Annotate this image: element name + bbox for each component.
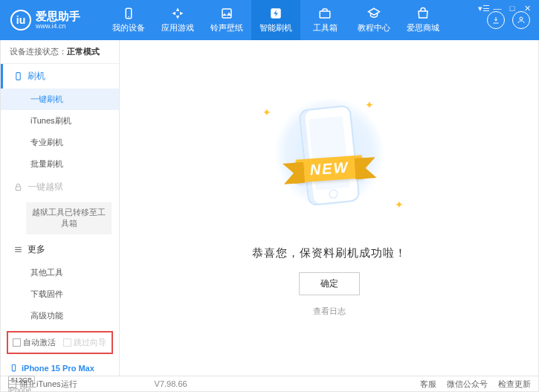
sidebar-item-advanced[interactable]: 高级功能: [1, 305, 119, 327]
sidebar-group-jailbreak: 一键越狱: [1, 175, 119, 199]
logo-icon: iu: [10, 10, 31, 30]
sidebar-item-itunes-flash[interactable]: iTunes刷机: [1, 110, 119, 132]
nav-my-device[interactable]: 我的设备: [104, 0, 153, 40]
graduation-icon: [367, 7, 381, 20]
ok-button[interactable]: 确定: [299, 272, 360, 295]
flash-icon: [269, 7, 283, 20]
sidebar-item-pro-flash[interactable]: 专业刷机: [1, 132, 119, 153]
minimize-icon[interactable]: —: [493, 4, 502, 13]
lock-icon: [13, 182, 23, 193]
svg-rect-2: [222, 9, 231, 18]
skip-guide-checkbox[interactable]: 跳过向导: [63, 337, 106, 348]
new-ribbon: NEW: [295, 155, 363, 182]
phone-icon: [13, 71, 23, 82]
nav-apps[interactable]: 应用游戏: [153, 0, 202, 40]
nav-store[interactable]: 爱思商城: [398, 0, 448, 40]
nav-flash[interactable]: 智能刷机: [251, 0, 300, 40]
sidebar-group-flash[interactable]: 刷机: [1, 64, 119, 89]
phone-small-icon: [8, 363, 19, 373]
apps-icon: [171, 7, 184, 20]
block-itunes-checkbox[interactable]: 阻止iTunes运行: [8, 379, 77, 390]
success-message: 恭喜您，保资料刷机成功啦！: [252, 246, 407, 260]
close-icon[interactable]: ✕: [523, 4, 532, 13]
device-icon: [122, 7, 135, 20]
footer-link-support[interactable]: 客服: [420, 379, 436, 390]
download-button[interactable]: [487, 11, 505, 29]
sidebar-item-download-firmware[interactable]: 下载固件: [1, 283, 119, 305]
nav-ringtones[interactable]: 铃声壁纸: [202, 0, 251, 40]
view-log-link[interactable]: 查看日志: [313, 306, 346, 317]
nav-tutorials[interactable]: 教程中心: [349, 0, 398, 40]
nav-toolbox[interactable]: 工具箱: [300, 0, 349, 40]
app-subtitle: www.i4.cn: [36, 23, 80, 30]
shopping-cart-icon[interactable]: ▾☰: [478, 4, 487, 13]
svg-rect-7: [16, 187, 21, 190]
store-icon: [416, 7, 430, 20]
header: iu 爱思助手 www.i4.cn 我的设备 应用游戏 铃声壁纸 智能刷机 工具…: [0, 0, 539, 40]
wallpaper-icon: [220, 7, 233, 20]
svg-point-5: [520, 17, 523, 20]
toolbox-icon: [318, 7, 332, 20]
jailbreak-moved-notice: 越狱工具已转移至工具箱: [26, 202, 112, 234]
sidebar-item-oneclick-flash[interactable]: 一键刷机: [1, 89, 119, 110]
footer-link-wechat[interactable]: 微信公众号: [447, 379, 488, 390]
version-label: V7.98.66: [155, 379, 187, 388]
svg-rect-4: [320, 11, 330, 18]
footer-link-update[interactable]: 检查更新: [498, 379, 531, 390]
logo: iu 爱思助手 www.i4.cn: [0, 10, 104, 30]
svg-rect-6: [16, 73, 19, 80]
auto-activate-checkbox[interactable]: 自动激活: [13, 337, 56, 348]
svg-rect-8: [12, 364, 15, 371]
connection-status: 设备连接状态：正常模式: [1, 40, 119, 64]
top-nav: 我的设备 应用游戏 铃声壁纸 智能刷机 工具箱 教程中心 爱思商城: [104, 0, 448, 40]
sidebar-group-more[interactable]: 更多: [1, 237, 119, 262]
options-highlight-box: 自动激活 跳过向导: [7, 331, 113, 354]
device-name[interactable]: iPhone 15 Pro Max: [8, 363, 112, 373]
user-button[interactable]: [512, 11, 530, 29]
svg-point-1: [128, 16, 129, 18]
menu-icon: [13, 244, 23, 254]
sidebar-item-other-tools[interactable]: 其他工具: [1, 262, 119, 283]
maximize-icon[interactable]: □: [508, 4, 517, 13]
sidebar-item-batch-flash[interactable]: 批量刷机: [1, 153, 119, 175]
app-title: 爱思助手: [36, 10, 80, 22]
sidebar: 设备连接状态：正常模式 刷机 一键刷机 iTunes刷机 专业刷机 批量刷机 一…: [1, 40, 120, 376]
main-content: ✦✦✦ NEW 恭喜您，保资料刷机成功啦！ 确定 查看日志: [120, 40, 538, 376]
success-illustration: ✦✦✦ NEW: [255, 99, 404, 233]
